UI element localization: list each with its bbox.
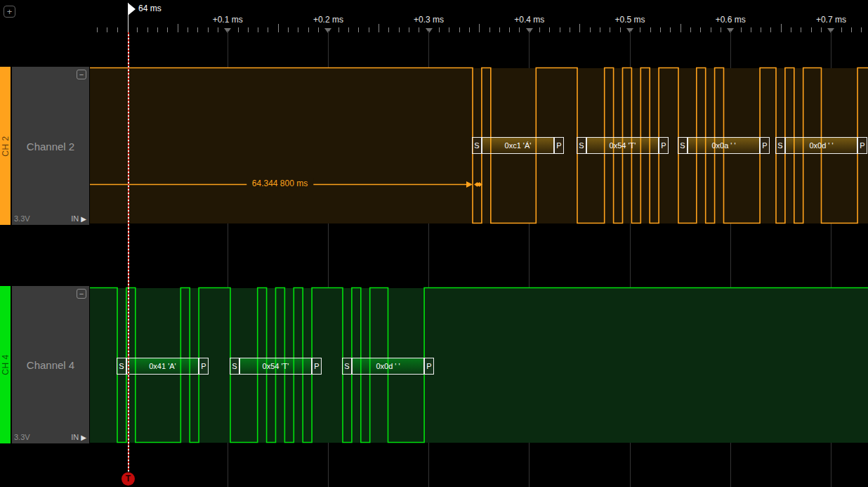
channel-2-name: Channel 2: [12, 140, 89, 152]
uart-start-bit-box[interactable]: S: [678, 137, 688, 154]
uart-stop-bit-box[interactable]: P: [760, 137, 770, 154]
channel-4-name: Channel 4: [12, 359, 89, 371]
uart-start-bit-box[interactable]: S: [230, 358, 239, 375]
uart-stop-bit-box[interactable]: P: [857, 137, 867, 154]
uart-stop-bit-box[interactable]: P: [554, 137, 564, 154]
measurement-value: 64.344 800 ms: [246, 178, 313, 188]
uart-start-bit-box[interactable]: S: [117, 358, 126, 375]
uart-start-bit-box[interactable]: S: [472, 137, 482, 154]
uart-start-bit-box[interactable]: S: [342, 358, 352, 375]
uart-data-byte-box[interactable]: 0xc1 'Á': [482, 137, 554, 154]
channel-4-panel[interactable]: − Channel 4 3.3V IN ▶: [12, 286, 89, 443]
channel-2-voltage: 3.3V: [14, 214, 30, 223]
uart-stop-bit-box[interactable]: P: [199, 358, 209, 375]
uart-stop-bit-box[interactable]: P: [312, 358, 322, 375]
uart-data-byte-box[interactable]: 0x41 'A': [126, 358, 199, 375]
channel-2-panel[interactable]: − Channel 2 3.3V IN ▶: [12, 67, 89, 225]
channel-2-strip-label: CH 2: [1, 136, 11, 156]
channel-2-direction-label: IN: [71, 214, 79, 223]
channel-4-direction-arrow-icon: ▶: [81, 434, 86, 441]
channel-2-direction: IN ▶: [71, 214, 86, 223]
waveform-canvas[interactable]: [0, 0, 868, 487]
uart-stop-bit-box[interactable]: P: [424, 358, 434, 375]
channel-4-direction: IN ▶: [71, 433, 86, 441]
channel-4-strip-label: CH 4: [1, 354, 11, 375]
channel-4-sidebar[interactable]: CH 4 − Channel 4 3.3V IN ▶: [0, 286, 89, 443]
channel-2-collapse-button[interactable]: −: [77, 70, 86, 79]
uart-data-byte-box[interactable]: 0x0d ' ': [785, 137, 857, 154]
trigger-cursor-line[interactable]: [128, 32, 129, 472]
logic-analyzer-screen: + +0.1 ms+0.2 ms+0.3 ms+0.4 ms+0.5 ms+0.…: [0, 0, 868, 487]
channel-4-color-strip: CH 4: [0, 286, 11, 443]
trigger-marker[interactable]: T: [121, 472, 135, 486]
channel-2-direction-arrow-icon: ▶: [81, 215, 86, 223]
channel-2-sidebar[interactable]: CH 2 − Channel 2 3.3V IN ▶: [0, 67, 89, 225]
channel-4-direction-label: IN: [71, 433, 79, 441]
uart-data-byte-box[interactable]: 0x54 'T': [586, 137, 659, 154]
uart-data-byte-box[interactable]: 0x54 'T': [239, 358, 312, 375]
uart-stop-bit-box[interactable]: P: [659, 137, 669, 154]
channel-4-collapse-button[interactable]: −: [77, 289, 86, 299]
uart-data-byte-box[interactable]: 0x0d ' ': [352, 358, 424, 375]
channel-2-color-strip: CH 2: [0, 67, 11, 225]
channel-4-voltage: 3.3V: [14, 433, 30, 441]
uart-data-byte-box[interactable]: 0x0a ' ': [688, 137, 760, 154]
uart-start-bit-box[interactable]: S: [775, 137, 785, 154]
uart-start-bit-box[interactable]: S: [577, 137, 586, 154]
